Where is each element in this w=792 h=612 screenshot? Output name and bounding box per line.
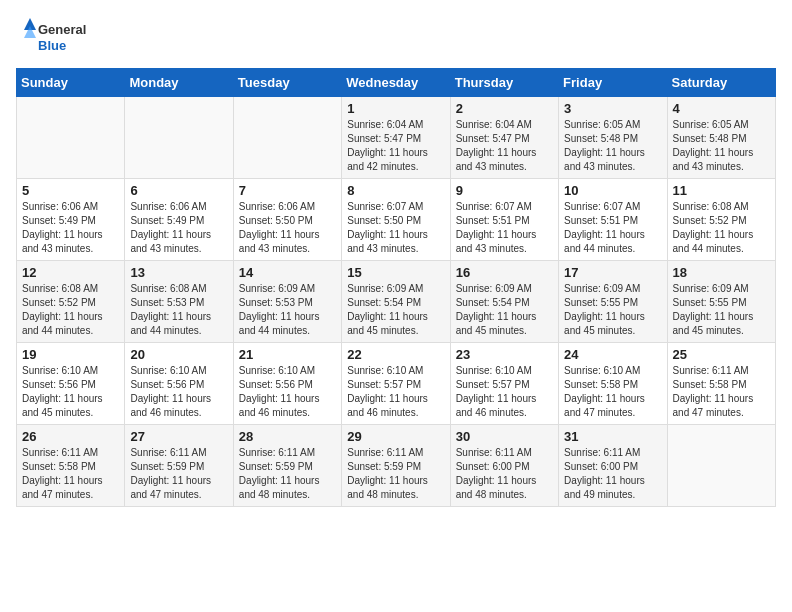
- calendar-cell: 25Sunrise: 6:11 AM Sunset: 5:58 PM Dayli…: [667, 343, 775, 425]
- day-info: Sunrise: 6:11 AM Sunset: 5:59 PM Dayligh…: [347, 446, 444, 502]
- calendar-cell: 9Sunrise: 6:07 AM Sunset: 5:51 PM Daylig…: [450, 179, 558, 261]
- day-number: 3: [564, 101, 661, 116]
- day-number: 17: [564, 265, 661, 280]
- day-number: 12: [22, 265, 119, 280]
- calendar-cell: 31Sunrise: 6:11 AM Sunset: 6:00 PM Dayli…: [559, 425, 667, 507]
- day-number: 2: [456, 101, 553, 116]
- logo: General Blue: [16, 16, 96, 56]
- day-number: 29: [347, 429, 444, 444]
- day-number: 25: [673, 347, 770, 362]
- calendar-cell: 12Sunrise: 6:08 AM Sunset: 5:52 PM Dayli…: [17, 261, 125, 343]
- logo-general-text: General: [38, 22, 86, 37]
- header: General Blue: [16, 16, 776, 56]
- day-info: Sunrise: 6:06 AM Sunset: 5:49 PM Dayligh…: [130, 200, 227, 256]
- day-info: Sunrise: 6:10 AM Sunset: 5:58 PM Dayligh…: [564, 364, 661, 420]
- day-number: 28: [239, 429, 336, 444]
- calendar-cell: 3Sunrise: 6:05 AM Sunset: 5:48 PM Daylig…: [559, 97, 667, 179]
- calendar-cell: 6Sunrise: 6:06 AM Sunset: 5:49 PM Daylig…: [125, 179, 233, 261]
- day-info: Sunrise: 6:09 AM Sunset: 5:54 PM Dayligh…: [347, 282, 444, 338]
- calendar-cell: 7Sunrise: 6:06 AM Sunset: 5:50 PM Daylig…: [233, 179, 341, 261]
- calendar-cell: 1Sunrise: 6:04 AM Sunset: 5:47 PM Daylig…: [342, 97, 450, 179]
- day-number: 23: [456, 347, 553, 362]
- day-info: Sunrise: 6:10 AM Sunset: 5:56 PM Dayligh…: [130, 364, 227, 420]
- weekday-header-thursday: Thursday: [450, 69, 558, 97]
- day-info: Sunrise: 6:05 AM Sunset: 5:48 PM Dayligh…: [673, 118, 770, 174]
- day-number: 10: [564, 183, 661, 198]
- calendar-cell: 24Sunrise: 6:10 AM Sunset: 5:58 PM Dayli…: [559, 343, 667, 425]
- calendar-cell: 30Sunrise: 6:11 AM Sunset: 6:00 PM Dayli…: [450, 425, 558, 507]
- day-number: 13: [130, 265, 227, 280]
- logo-blue-text: Blue: [38, 38, 66, 53]
- day-info: Sunrise: 6:11 AM Sunset: 5:59 PM Dayligh…: [130, 446, 227, 502]
- calendar-week-row: 5Sunrise: 6:06 AM Sunset: 5:49 PM Daylig…: [17, 179, 776, 261]
- calendar-cell: [233, 97, 341, 179]
- calendar-cell: 5Sunrise: 6:06 AM Sunset: 5:49 PM Daylig…: [17, 179, 125, 261]
- day-info: Sunrise: 6:08 AM Sunset: 5:52 PM Dayligh…: [673, 200, 770, 256]
- calendar-table: SundayMondayTuesdayWednesdayThursdayFrid…: [16, 68, 776, 507]
- day-info: Sunrise: 6:11 AM Sunset: 6:00 PM Dayligh…: [456, 446, 553, 502]
- day-info: Sunrise: 6:08 AM Sunset: 5:53 PM Dayligh…: [130, 282, 227, 338]
- day-info: Sunrise: 6:08 AM Sunset: 5:52 PM Dayligh…: [22, 282, 119, 338]
- day-info: Sunrise: 6:05 AM Sunset: 5:48 PM Dayligh…: [564, 118, 661, 174]
- day-number: 21: [239, 347, 336, 362]
- day-number: 9: [456, 183, 553, 198]
- calendar-cell: 29Sunrise: 6:11 AM Sunset: 5:59 PM Dayli…: [342, 425, 450, 507]
- calendar-cell: [125, 97, 233, 179]
- calendar-cell: 28Sunrise: 6:11 AM Sunset: 5:59 PM Dayli…: [233, 425, 341, 507]
- day-number: 4: [673, 101, 770, 116]
- calendar-week-row: 1Sunrise: 6:04 AM Sunset: 5:47 PM Daylig…: [17, 97, 776, 179]
- day-number: 20: [130, 347, 227, 362]
- day-number: 11: [673, 183, 770, 198]
- day-info: Sunrise: 6:04 AM Sunset: 5:47 PM Dayligh…: [347, 118, 444, 174]
- calendar-cell: 10Sunrise: 6:07 AM Sunset: 5:51 PM Dayli…: [559, 179, 667, 261]
- day-number: 1: [347, 101, 444, 116]
- day-number: 27: [130, 429, 227, 444]
- calendar-week-row: 12Sunrise: 6:08 AM Sunset: 5:52 PM Dayli…: [17, 261, 776, 343]
- day-number: 5: [22, 183, 119, 198]
- calendar-cell: 19Sunrise: 6:10 AM Sunset: 5:56 PM Dayli…: [17, 343, 125, 425]
- calendar-cell: 4Sunrise: 6:05 AM Sunset: 5:48 PM Daylig…: [667, 97, 775, 179]
- day-number: 19: [22, 347, 119, 362]
- day-number: 15: [347, 265, 444, 280]
- day-number: 18: [673, 265, 770, 280]
- calendar-cell: [667, 425, 775, 507]
- calendar-header: SundayMondayTuesdayWednesdayThursdayFrid…: [17, 69, 776, 97]
- calendar-cell: 23Sunrise: 6:10 AM Sunset: 5:57 PM Dayli…: [450, 343, 558, 425]
- day-info: Sunrise: 6:11 AM Sunset: 5:59 PM Dayligh…: [239, 446, 336, 502]
- calendar-week-row: 26Sunrise: 6:11 AM Sunset: 5:58 PM Dayli…: [17, 425, 776, 507]
- calendar-cell: 26Sunrise: 6:11 AM Sunset: 5:58 PM Dayli…: [17, 425, 125, 507]
- calendar-cell: 11Sunrise: 6:08 AM Sunset: 5:52 PM Dayli…: [667, 179, 775, 261]
- calendar-cell: 14Sunrise: 6:09 AM Sunset: 5:53 PM Dayli…: [233, 261, 341, 343]
- calendar-week-row: 19Sunrise: 6:10 AM Sunset: 5:56 PM Dayli…: [17, 343, 776, 425]
- calendar-cell: 15Sunrise: 6:09 AM Sunset: 5:54 PM Dayli…: [342, 261, 450, 343]
- day-info: Sunrise: 6:11 AM Sunset: 5:58 PM Dayligh…: [22, 446, 119, 502]
- day-info: Sunrise: 6:10 AM Sunset: 5:56 PM Dayligh…: [22, 364, 119, 420]
- day-number: 30: [456, 429, 553, 444]
- day-number: 26: [22, 429, 119, 444]
- calendar-cell: 17Sunrise: 6:09 AM Sunset: 5:55 PM Dayli…: [559, 261, 667, 343]
- calendar-cell: 2Sunrise: 6:04 AM Sunset: 5:47 PM Daylig…: [450, 97, 558, 179]
- calendar-cell: 18Sunrise: 6:09 AM Sunset: 5:55 PM Dayli…: [667, 261, 775, 343]
- day-number: 31: [564, 429, 661, 444]
- day-info: Sunrise: 6:06 AM Sunset: 5:49 PM Dayligh…: [22, 200, 119, 256]
- weekday-header-wednesday: Wednesday: [342, 69, 450, 97]
- calendar-cell: 20Sunrise: 6:10 AM Sunset: 5:56 PM Dayli…: [125, 343, 233, 425]
- logo-svg: General Blue: [16, 16, 96, 56]
- day-number: 22: [347, 347, 444, 362]
- day-info: Sunrise: 6:09 AM Sunset: 5:55 PM Dayligh…: [673, 282, 770, 338]
- day-info: Sunrise: 6:10 AM Sunset: 5:56 PM Dayligh…: [239, 364, 336, 420]
- day-number: 24: [564, 347, 661, 362]
- weekday-header-saturday: Saturday: [667, 69, 775, 97]
- day-number: 16: [456, 265, 553, 280]
- day-info: Sunrise: 6:07 AM Sunset: 5:50 PM Dayligh…: [347, 200, 444, 256]
- day-info: Sunrise: 6:10 AM Sunset: 5:57 PM Dayligh…: [456, 364, 553, 420]
- day-info: Sunrise: 6:09 AM Sunset: 5:55 PM Dayligh…: [564, 282, 661, 338]
- calendar-cell: 27Sunrise: 6:11 AM Sunset: 5:59 PM Dayli…: [125, 425, 233, 507]
- calendar-body: 1Sunrise: 6:04 AM Sunset: 5:47 PM Daylig…: [17, 97, 776, 507]
- weekday-header-row: SundayMondayTuesdayWednesdayThursdayFrid…: [17, 69, 776, 97]
- day-info: Sunrise: 6:09 AM Sunset: 5:54 PM Dayligh…: [456, 282, 553, 338]
- day-info: Sunrise: 6:11 AM Sunset: 6:00 PM Dayligh…: [564, 446, 661, 502]
- calendar-cell: 13Sunrise: 6:08 AM Sunset: 5:53 PM Dayli…: [125, 261, 233, 343]
- weekday-header-monday: Monday: [125, 69, 233, 97]
- day-info: Sunrise: 6:10 AM Sunset: 5:57 PM Dayligh…: [347, 364, 444, 420]
